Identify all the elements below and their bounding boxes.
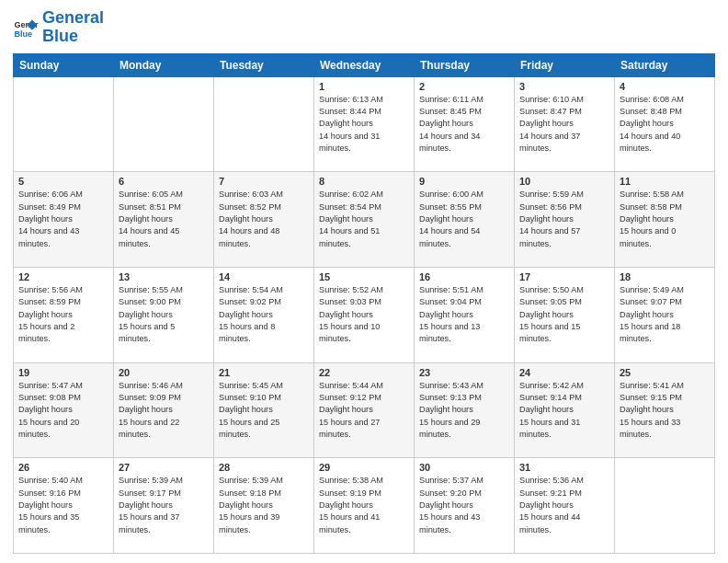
day-cell: 10Sunrise: 5:59 AMSunset: 8:56 PMDayligh…: [515, 172, 615, 268]
day-info: Sunrise: 6:03 AMSunset: 8:52 PMDaylight …: [219, 189, 309, 250]
header: General Blue GeneralBlue: [13, 9, 715, 46]
day-number: 3: [519, 81, 609, 92]
day-number: 2: [419, 81, 509, 92]
week-row-4: 19Sunrise: 5:47 AMSunset: 9:08 PMDayligh…: [14, 362, 715, 458]
day-cell: 14Sunrise: 5:54 AMSunset: 9:02 PMDayligh…: [214, 267, 314, 362]
day-cell: 2Sunrise: 6:11 AMSunset: 8:45 PMDaylight…: [415, 76, 515, 172]
weekday-header-sunday: Sunday: [14, 53, 114, 76]
day-number: 23: [419, 367, 509, 378]
day-cell: 12Sunrise: 5:56 AMSunset: 8:59 PMDayligh…: [14, 267, 114, 362]
day-number: 1: [319, 81, 409, 92]
day-number: 12: [18, 271, 108, 282]
day-number: 28: [219, 462, 309, 473]
weekday-header-row: SundayMondayTuesdayWednesdayThursdayFrid…: [14, 53, 715, 76]
day-cell: 24Sunrise: 5:42 AMSunset: 9:14 PMDayligh…: [515, 362, 615, 458]
page: General Blue GeneralBlue SundayMondayTue…: [0, 0, 728, 563]
day-number: 17: [519, 271, 609, 282]
day-cell: [14, 76, 114, 172]
day-info: Sunrise: 6:13 AMSunset: 8:44 PMDaylight …: [319, 94, 409, 155]
weekday-header-monday: Monday: [114, 53, 214, 76]
day-info: Sunrise: 5:49 AMSunset: 9:07 PMDaylight …: [620, 284, 710, 346]
day-number: 8: [319, 176, 409, 187]
day-cell: [214, 76, 314, 172]
day-info: Sunrise: 5:40 AMSunset: 9:16 PMDaylight …: [18, 475, 108, 536]
week-row-3: 12Sunrise: 5:56 AMSunset: 8:59 PMDayligh…: [14, 267, 715, 362]
day-number: 4: [620, 81, 710, 92]
day-info: Sunrise: 6:08 AMSunset: 8:48 PMDaylight …: [620, 94, 710, 155]
logo: General Blue GeneralBlue: [13, 9, 104, 46]
day-info: Sunrise: 6:02 AMSunset: 8:54 PMDaylight …: [319, 189, 409, 250]
day-cell: 8Sunrise: 6:02 AMSunset: 8:54 PMDaylight…: [314, 172, 415, 268]
day-cell: 19Sunrise: 5:47 AMSunset: 9:08 PMDayligh…: [14, 362, 114, 458]
day-info: Sunrise: 5:42 AMSunset: 9:14 PMDaylight …: [519, 380, 609, 442]
day-cell: 3Sunrise: 6:10 AMSunset: 8:47 PMDaylight…: [515, 76, 615, 172]
day-cell: 4Sunrise: 6:08 AMSunset: 8:48 PMDaylight…: [615, 76, 715, 172]
day-number: 21: [219, 367, 309, 378]
day-cell: 25Sunrise: 5:41 AMSunset: 9:15 PMDayligh…: [615, 362, 715, 458]
day-cell: 13Sunrise: 5:55 AMSunset: 9:00 PMDayligh…: [114, 267, 214, 362]
day-cell: 16Sunrise: 5:51 AMSunset: 9:04 PMDayligh…: [415, 267, 515, 362]
day-info: Sunrise: 5:44 AMSunset: 9:12 PMDaylight …: [319, 380, 409, 442]
weekday-header-thursday: Thursday: [415, 53, 515, 76]
day-number: 31: [519, 462, 609, 473]
day-number: 5: [18, 176, 108, 187]
day-info: Sunrise: 6:05 AMSunset: 8:51 PMDaylight …: [119, 189, 209, 250]
day-number: 30: [419, 462, 509, 473]
day-cell: [615, 458, 715, 554]
weekday-header-friday: Friday: [515, 53, 615, 76]
day-cell: 5Sunrise: 6:06 AMSunset: 8:49 PMDaylight…: [14, 172, 114, 268]
day-info: Sunrise: 5:39 AMSunset: 9:17 PMDaylight …: [119, 475, 209, 536]
day-number: 7: [219, 176, 309, 187]
day-cell: 9Sunrise: 6:00 AMSunset: 8:55 PMDaylight…: [415, 172, 515, 268]
day-cell: 27Sunrise: 5:39 AMSunset: 9:17 PMDayligh…: [114, 458, 214, 554]
day-info: Sunrise: 5:36 AMSunset: 9:21 PMDaylight …: [519, 475, 609, 536]
svg-text:Blue: Blue: [14, 29, 32, 39]
day-cell: 7Sunrise: 6:03 AMSunset: 8:52 PMDaylight…: [214, 172, 314, 268]
day-number: 29: [319, 462, 409, 473]
day-number: 20: [119, 367, 209, 378]
day-cell: 18Sunrise: 5:49 AMSunset: 9:07 PMDayligh…: [615, 267, 715, 362]
week-row-1: 1Sunrise: 6:13 AMSunset: 8:44 PMDaylight…: [14, 76, 715, 172]
day-number: 16: [419, 271, 509, 282]
day-cell: 11Sunrise: 5:58 AMSunset: 8:58 PMDayligh…: [615, 172, 715, 268]
day-cell: 28Sunrise: 5:39 AMSunset: 9:18 PMDayligh…: [214, 458, 314, 554]
day-info: Sunrise: 5:50 AMSunset: 9:05 PMDaylight …: [519, 284, 609, 346]
day-info: Sunrise: 6:06 AMSunset: 8:49 PMDaylight …: [18, 189, 108, 250]
day-info: Sunrise: 5:54 AMSunset: 9:02 PMDaylight …: [219, 284, 309, 346]
day-number: 22: [319, 367, 409, 378]
day-cell: 29Sunrise: 5:38 AMSunset: 9:19 PMDayligh…: [314, 458, 415, 554]
day-cell: [114, 76, 214, 172]
day-cell: 1Sunrise: 6:13 AMSunset: 8:44 PMDaylight…: [314, 76, 415, 172]
day-info: Sunrise: 5:56 AMSunset: 8:59 PMDaylight …: [18, 284, 108, 346]
day-cell: 17Sunrise: 5:50 AMSunset: 9:05 PMDayligh…: [515, 267, 615, 362]
day-info: Sunrise: 5:38 AMSunset: 9:19 PMDaylight …: [319, 475, 409, 536]
day-info: Sunrise: 5:59 AMSunset: 8:56 PMDaylight …: [519, 189, 609, 250]
day-info: Sunrise: 5:39 AMSunset: 9:18 PMDaylight …: [219, 475, 309, 536]
day-info: Sunrise: 5:51 AMSunset: 9:04 PMDaylight …: [419, 284, 509, 346]
day-info: Sunrise: 5:45 AMSunset: 9:10 PMDaylight …: [219, 380, 309, 442]
day-number: 9: [419, 176, 509, 187]
weekday-header-tuesday: Tuesday: [214, 53, 314, 76]
day-info: Sunrise: 5:52 AMSunset: 9:03 PMDaylight …: [319, 284, 409, 346]
day-number: 19: [18, 367, 108, 378]
day-number: 14: [219, 271, 309, 282]
day-info: Sunrise: 5:37 AMSunset: 9:20 PMDaylight …: [419, 475, 509, 536]
day-info: Sunrise: 5:41 AMSunset: 9:15 PMDaylight …: [620, 380, 710, 442]
day-number: 24: [519, 367, 609, 378]
day-info: Sunrise: 5:46 AMSunset: 9:09 PMDaylight …: [119, 380, 209, 442]
logo-icon: General Blue: [13, 15, 39, 40]
day-cell: 31Sunrise: 5:36 AMSunset: 9:21 PMDayligh…: [515, 458, 615, 554]
day-cell: 26Sunrise: 5:40 AMSunset: 9:16 PMDayligh…: [14, 458, 114, 554]
week-row-2: 5Sunrise: 6:06 AMSunset: 8:49 PMDaylight…: [14, 172, 715, 268]
day-info: Sunrise: 6:10 AMSunset: 8:47 PMDaylight …: [519, 94, 609, 155]
day-info: Sunrise: 5:47 AMSunset: 9:08 PMDaylight …: [18, 380, 108, 442]
logo-text: GeneralBlue: [42, 9, 104, 46]
day-number: 15: [319, 271, 409, 282]
day-number: 26: [18, 462, 108, 473]
day-cell: 20Sunrise: 5:46 AMSunset: 9:09 PMDayligh…: [114, 362, 214, 458]
day-cell: 23Sunrise: 5:43 AMSunset: 9:13 PMDayligh…: [415, 362, 515, 458]
day-number: 18: [620, 271, 710, 282]
day-cell: 6Sunrise: 6:05 AMSunset: 8:51 PMDaylight…: [114, 172, 214, 268]
day-cell: 22Sunrise: 5:44 AMSunset: 9:12 PMDayligh…: [314, 362, 415, 458]
day-number: 11: [620, 176, 710, 187]
